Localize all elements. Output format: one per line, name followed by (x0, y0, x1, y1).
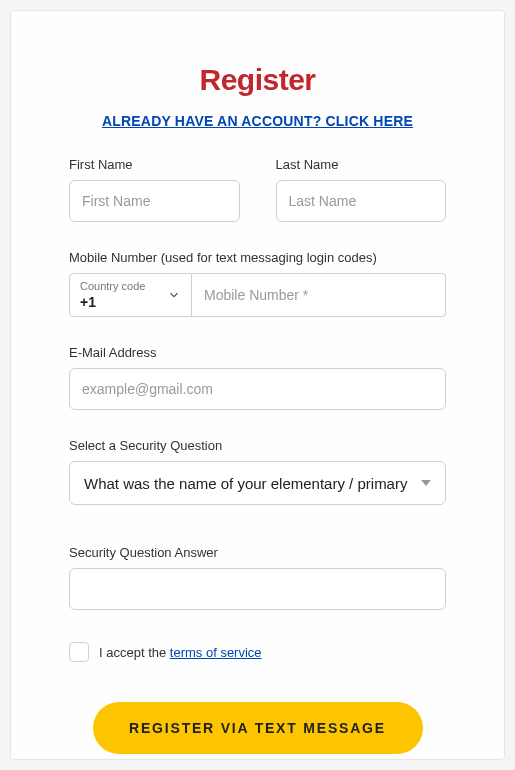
email-input[interactable] (69, 368, 446, 410)
mobile-field: Mobile Number (used for text messaging l… (69, 250, 446, 317)
page-title: Register (69, 63, 446, 97)
terms-text: I accept the terms of service (99, 645, 262, 660)
login-link[interactable]: ALREADY HAVE AN ACCOUNT? CLICK HERE (69, 113, 446, 129)
register-button[interactable]: REGISTER VIA TEXT MESSAGE (93, 702, 423, 754)
security-question-label: Select a Security Question (69, 438, 446, 453)
terms-checkbox[interactable] (69, 642, 89, 662)
register-card: Register ALREADY HAVE AN ACCOUNT? CLICK … (10, 10, 505, 760)
email-label: E-Mail Address (69, 345, 446, 360)
last-name-input[interactable] (276, 180, 447, 222)
country-code-value: +1 (80, 294, 181, 310)
security-answer-input[interactable] (69, 568, 446, 610)
security-question-select[interactable]: What was the name of your elementary / p… (69, 461, 446, 505)
last-name-field: Last Name (276, 157, 447, 222)
security-answer-label: Security Question Answer (69, 545, 446, 560)
email-field: E-Mail Address (69, 345, 446, 410)
terms-of-service-link[interactable]: terms of service (170, 645, 262, 660)
terms-prefix: I accept the (99, 645, 170, 660)
chevron-down-icon (167, 288, 181, 302)
country-code-label: Country code (80, 280, 181, 292)
security-answer-field: Security Question Answer (69, 545, 446, 610)
caret-down-icon (421, 478, 431, 488)
first-name-label: First Name (69, 157, 240, 172)
mobile-number-input[interactable] (192, 273, 446, 317)
country-code-select[interactable]: Country code +1 (69, 273, 192, 317)
first-name-input[interactable] (69, 180, 240, 222)
first-name-field: First Name (69, 157, 240, 222)
svg-marker-0 (421, 480, 431, 486)
terms-row: I accept the terms of service (69, 642, 446, 662)
name-row: First Name Last Name (69, 157, 446, 222)
mobile-row: Country code +1 (69, 273, 446, 317)
mobile-label: Mobile Number (used for text messaging l… (69, 250, 446, 265)
last-name-label: Last Name (276, 157, 447, 172)
security-question-selected: What was the name of your elementary / p… (84, 475, 411, 492)
security-question-field: Select a Security Question What was the … (69, 438, 446, 505)
